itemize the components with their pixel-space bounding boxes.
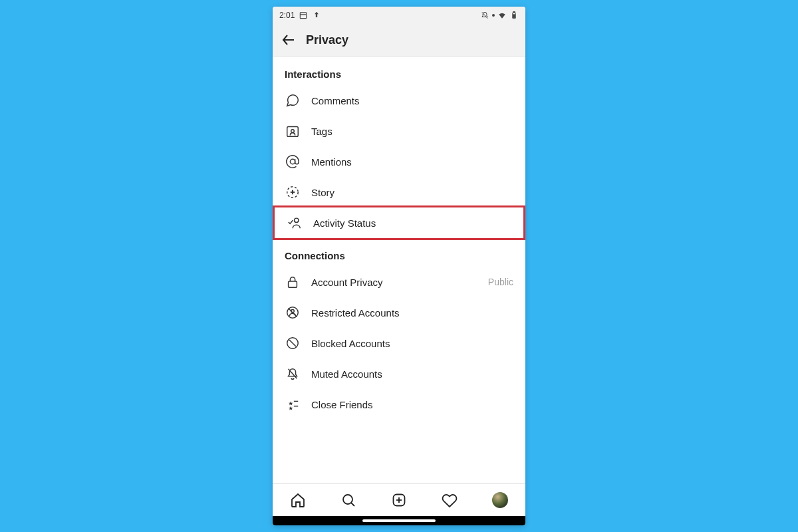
row-value: Public [488,277,513,287]
status-bar: 2:01 [273,7,525,24]
svg-line-26 [351,503,354,506]
upload-status-icon [312,11,321,20]
row-activity-status[interactable]: Activity Status [273,205,525,240]
row-muted-accounts[interactable]: Muted Accounts [273,358,525,389]
svg-rect-4 [513,11,515,12]
calendar-status-icon [299,11,308,20]
row-label: Close Friends [311,399,513,410]
heart-icon [442,492,458,508]
svg-marker-21 [289,401,293,405]
app-bar: Privacy [273,24,525,57]
svg-point-8 [291,130,295,133]
row-label: Blocked Accounts [311,338,513,349]
nav-home[interactable] [273,492,323,508]
mentions-icon [285,154,300,169]
section-title-interactions: Interactions [273,57,525,85]
svg-marker-23 [289,406,293,410]
section-title-connections: Connections [273,238,525,267]
restricted-icon [285,305,300,320]
gesture-bar-area [273,516,525,525]
search-icon [340,492,356,508]
back-arrow-icon [281,32,297,48]
nav-create[interactable] [374,492,424,508]
row-close-friends[interactable]: Close Friends [273,389,525,420]
page-title: Privacy [306,33,348,47]
bottom-nav [273,483,525,516]
activity-status-icon [287,215,302,230]
battery-status-icon [509,11,519,20]
back-button[interactable] [281,32,297,48]
close-friends-icon [285,397,300,412]
row-restricted-accounts[interactable]: Restricted Accounts [273,297,525,328]
status-time: 2:01 [279,11,295,20]
dot-status-icon [492,14,495,17]
story-icon [285,185,300,200]
muted-icon [285,366,300,381]
svg-rect-5 [513,15,515,18]
nav-activity[interactable] [424,492,475,508]
wifi-status-icon [497,11,507,20]
svg-rect-0 [301,13,307,19]
row-mentions[interactable]: Mentions [273,146,525,177]
row-story[interactable]: Story [273,177,525,207]
row-blocked-accounts[interactable]: Blocked Accounts [273,328,525,358]
lock-icon [285,275,300,289]
row-label: Activity Status [313,217,511,229]
gesture-bar [362,519,436,522]
blocked-icon [285,336,300,350]
phone-frame: 2:01 Privacy Interactions Comments Tags [273,7,525,525]
svg-rect-7 [287,127,299,137]
row-label: Story [311,187,513,198]
row-label: Muted Accounts [311,368,513,380]
svg-rect-14 [289,281,297,287]
plus-square-icon [391,492,407,508]
dnd-status-icon [480,11,489,20]
tags-icon [285,124,300,138]
row-label: Comments [311,95,513,106]
svg-point-13 [295,218,299,222]
nav-profile[interactable] [475,492,525,508]
settings-content: Interactions Comments Tags Mentions Stor… [273,57,525,483]
row-account-privacy[interactable]: Account Privacy Public [273,267,525,297]
row-label: Account Privacy [311,277,488,288]
profile-avatar-icon [492,492,508,508]
row-tags[interactable]: Tags [273,116,525,146]
svg-point-25 [343,495,352,504]
comment-icon [285,93,300,108]
row-comments[interactable]: Comments [273,85,525,116]
row-label: Restricted Accounts [311,307,513,319]
row-label: Mentions [311,156,513,168]
nav-search[interactable] [323,492,374,508]
home-icon [290,492,306,508]
svg-point-9 [290,159,295,164]
svg-line-19 [289,340,296,346]
row-label: Tags [311,126,513,137]
